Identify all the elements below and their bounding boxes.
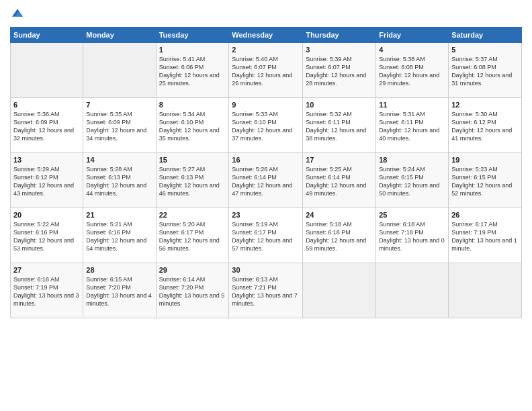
day-info: Sunrise: 5:26 AMSunset: 6:14 PMDaylight:… — [232, 165, 300, 198]
day-number: 13 — [13, 156, 80, 164]
day-cell — [303, 263, 376, 318]
day-info: Sunrise: 6:16 AMSunset: 7:19 PMDaylight:… — [13, 275, 80, 308]
day-info: Sunrise: 5:29 AMSunset: 6:12 PMDaylight:… — [13, 165, 80, 198]
day-info: Sunrise: 5:35 AMSunset: 6:09 PMDaylight:… — [86, 110, 152, 143]
calendar-table: SundayMondayTuesdayWednesdayThursdayFrid… — [10, 27, 522, 318]
logo — [10, 7, 26, 21]
day-info: Sunrise: 5:33 AMSunset: 6:10 PMDaylight:… — [232, 110, 300, 143]
day-number: 28 — [86, 266, 152, 274]
header-cell-tuesday: Tuesday — [156, 28, 229, 43]
page-header — [10, 7, 522, 21]
day-info: Sunrise: 5:19 AMSunset: 6:17 PMDaylight:… — [232, 220, 300, 253]
week-row-4: 20Sunrise: 5:22 AMSunset: 6:16 PMDayligh… — [11, 208, 522, 263]
header-cell-saturday: Saturday — [449, 28, 522, 43]
day-number: 21 — [86, 211, 152, 219]
header-cell-friday: Friday — [376, 28, 449, 43]
day-number: 15 — [159, 156, 226, 164]
header-cell-thursday: Thursday — [303, 28, 376, 43]
week-row-2: 6Sunrise: 5:36 AMSunset: 6:09 PMDaylight… — [11, 98, 522, 153]
day-number: 26 — [451, 211, 519, 219]
day-number: 1 — [159, 46, 226, 54]
day-cell: 29Sunrise: 6:14 AMSunset: 7:20 PMDayligh… — [156, 263, 229, 318]
day-cell: 21Sunrise: 5:21 AMSunset: 6:16 PMDayligh… — [83, 208, 156, 263]
calendar-page: SundayMondayTuesdayWednesdayThursdayFrid… — [0, 0, 532, 411]
day-cell: 18Sunrise: 5:24 AMSunset: 6:15 PMDayligh… — [376, 153, 449, 208]
logo-icon — [11, 7, 24, 19]
day-info: Sunrise: 5:18 AMSunset: 6:18 PMDaylight:… — [306, 220, 373, 253]
day-number: 9 — [232, 101, 300, 109]
day-cell: 24Sunrise: 5:18 AMSunset: 6:18 PMDayligh… — [303, 208, 376, 263]
day-cell — [376, 263, 449, 318]
day-cell — [83, 43, 156, 98]
day-cell: 3Sunrise: 5:39 AMSunset: 6:07 PMDaylight… — [303, 43, 376, 98]
day-cell: 19Sunrise: 5:23 AMSunset: 6:15 PMDayligh… — [449, 153, 522, 208]
day-info: Sunrise: 5:36 AMSunset: 6:09 PMDaylight:… — [13, 110, 80, 143]
day-number: 5 — [451, 46, 519, 54]
day-info: Sunrise: 5:32 AMSunset: 6:11 PMDaylight:… — [306, 110, 373, 143]
day-cell: 11Sunrise: 5:31 AMSunset: 6:11 PMDayligh… — [376, 98, 449, 153]
day-cell: 15Sunrise: 5:27 AMSunset: 6:13 PMDayligh… — [156, 153, 229, 208]
day-info: Sunrise: 5:38 AMSunset: 6:08 PMDaylight:… — [379, 55, 445, 88]
day-number: 29 — [159, 266, 226, 274]
header-cell-monday: Monday — [83, 28, 156, 43]
day-cell: 2Sunrise: 5:40 AMSunset: 6:07 PMDaylight… — [229, 43, 303, 98]
week-row-3: 13Sunrise: 5:29 AMSunset: 6:12 PMDayligh… — [11, 153, 522, 208]
day-number: 11 — [379, 101, 445, 109]
day-number: 3 — [306, 46, 373, 54]
day-number: 8 — [159, 101, 226, 109]
day-cell: 27Sunrise: 6:16 AMSunset: 7:19 PMDayligh… — [11, 263, 83, 318]
day-info: Sunrise: 5:37 AMSunset: 6:08 PMDaylight:… — [451, 55, 519, 88]
day-info: Sunrise: 6:18 AMSunset: 7:18 PMDaylight:… — [379, 220, 445, 253]
day-info: Sunrise: 5:40 AMSunset: 6:07 PMDaylight:… — [232, 55, 300, 88]
day-number: 23 — [232, 211, 300, 219]
day-info: Sunrise: 5:24 AMSunset: 6:15 PMDaylight:… — [379, 165, 445, 198]
day-number: 27 — [13, 266, 80, 274]
day-number: 22 — [159, 211, 226, 219]
header-cell-wednesday: Wednesday — [229, 28, 303, 43]
day-cell: 5Sunrise: 5:37 AMSunset: 6:08 PMDaylight… — [449, 43, 522, 98]
day-number: 25 — [379, 211, 445, 219]
day-cell: 9Sunrise: 5:33 AMSunset: 6:10 PMDaylight… — [229, 98, 303, 153]
day-cell: 6Sunrise: 5:36 AMSunset: 6:09 PMDaylight… — [11, 98, 83, 153]
day-cell: 4Sunrise: 5:38 AMSunset: 6:08 PMDaylight… — [376, 43, 449, 98]
day-info: Sunrise: 5:21 AMSunset: 6:16 PMDaylight:… — [86, 220, 152, 253]
day-number: 4 — [379, 46, 445, 54]
day-info: Sunrise: 5:31 AMSunset: 6:11 PMDaylight:… — [379, 110, 445, 143]
day-info: Sunrise: 5:39 AMSunset: 6:07 PMDaylight:… — [306, 55, 373, 88]
day-info: Sunrise: 5:20 AMSunset: 6:17 PMDaylight:… — [159, 220, 226, 253]
day-info: Sunrise: 5:30 AMSunset: 6:12 PMDaylight:… — [451, 110, 519, 143]
day-cell: 8Sunrise: 5:34 AMSunset: 6:10 PMDaylight… — [156, 98, 229, 153]
day-cell — [11, 43, 83, 98]
day-number: 7 — [86, 101, 152, 109]
day-info: Sunrise: 5:27 AMSunset: 6:13 PMDaylight:… — [159, 165, 226, 198]
day-info: Sunrise: 5:41 AMSunset: 6:06 PMDaylight:… — [159, 55, 226, 88]
day-number: 10 — [306, 101, 373, 109]
day-number: 6 — [13, 101, 80, 109]
day-cell — [449, 263, 522, 318]
day-cell: 10Sunrise: 5:32 AMSunset: 6:11 PMDayligh… — [303, 98, 376, 153]
day-info: Sunrise: 5:25 AMSunset: 6:14 PMDaylight:… — [306, 165, 373, 198]
day-cell: 26Sunrise: 6:17 AMSunset: 7:19 PMDayligh… — [449, 208, 522, 263]
day-cell: 16Sunrise: 5:26 AMSunset: 6:14 PMDayligh… — [229, 153, 303, 208]
day-info: Sunrise: 6:13 AMSunset: 7:21 PMDaylight:… — [232, 275, 300, 308]
day-cell: 17Sunrise: 5:25 AMSunset: 6:14 PMDayligh… — [303, 153, 376, 208]
day-info: Sunrise: 5:34 AMSunset: 6:10 PMDaylight:… — [159, 110, 226, 143]
day-info: Sunrise: 6:15 AMSunset: 7:20 PMDaylight:… — [86, 275, 152, 308]
day-number: 2 — [232, 46, 300, 54]
header-cell-sunday: Sunday — [11, 28, 83, 43]
day-cell: 12Sunrise: 5:30 AMSunset: 6:12 PMDayligh… — [449, 98, 522, 153]
day-number: 24 — [306, 211, 373, 219]
week-row-1: 1Sunrise: 5:41 AMSunset: 6:06 PMDaylight… — [11, 43, 522, 98]
day-cell: 13Sunrise: 5:29 AMSunset: 6:12 PMDayligh… — [11, 153, 83, 208]
day-number: 14 — [86, 156, 152, 164]
day-cell: 14Sunrise: 5:28 AMSunset: 6:13 PMDayligh… — [83, 153, 156, 208]
day-info: Sunrise: 6:14 AMSunset: 7:20 PMDaylight:… — [159, 275, 226, 308]
day-number: 19 — [451, 156, 519, 164]
day-info: Sunrise: 5:28 AMSunset: 6:13 PMDaylight:… — [86, 165, 152, 198]
day-cell: 28Sunrise: 6:15 AMSunset: 7:20 PMDayligh… — [83, 263, 156, 318]
day-number: 16 — [232, 156, 300, 164]
day-cell: 1Sunrise: 5:41 AMSunset: 6:06 PMDaylight… — [156, 43, 229, 98]
day-cell: 7Sunrise: 5:35 AMSunset: 6:09 PMDaylight… — [83, 98, 156, 153]
day-number: 30 — [232, 266, 300, 274]
day-info: Sunrise: 5:22 AMSunset: 6:16 PMDaylight:… — [13, 220, 80, 253]
